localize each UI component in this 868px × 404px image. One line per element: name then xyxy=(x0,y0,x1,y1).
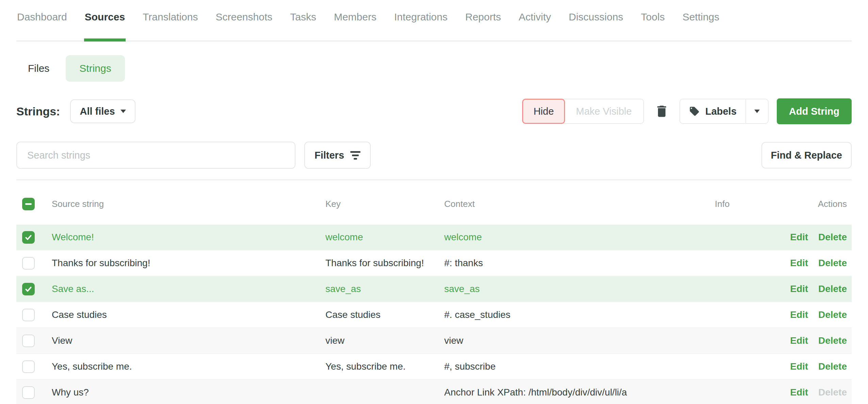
edit-link[interactable]: Edit xyxy=(790,387,808,398)
tag-icon xyxy=(689,106,700,117)
string-context: #, subscribe xyxy=(444,361,715,372)
page-title: Strings: xyxy=(16,105,60,118)
string-key: Thanks for subscribing! xyxy=(325,258,444,269)
delete-link[interactable]: Delete xyxy=(818,258,847,268)
string-key: save_as xyxy=(325,284,444,294)
delete-link[interactable]: Delete xyxy=(818,232,847,242)
trash-icon xyxy=(654,103,669,119)
string-key: view xyxy=(325,335,444,346)
tab-strings[interactable]: Strings xyxy=(66,55,125,82)
header-info: Info xyxy=(715,199,766,209)
table-row: Yes, subscribe me. Yes, subscribe me. #,… xyxy=(16,353,852,379)
source-string-text: Yes, subscribe me. xyxy=(52,361,325,372)
edit-link[interactable]: Edit xyxy=(790,258,808,268)
add-string-button[interactable]: Add String xyxy=(777,98,852,124)
visibility-button-group: Hide Make Visible xyxy=(522,99,644,124)
select-all-checkbox[interactable] xyxy=(22,198,35,210)
row-checkbox[interactable] xyxy=(22,309,35,321)
section-divider xyxy=(16,179,852,180)
nav-item-members[interactable]: Members xyxy=(333,9,377,41)
delete-link[interactable]: Delete xyxy=(818,309,847,320)
edit-link[interactable]: Edit xyxy=(790,232,808,242)
edit-link[interactable]: Edit xyxy=(790,335,808,346)
nav-item-integrations[interactable]: Integrations xyxy=(393,9,448,41)
string-context: Anchor Link XPath: /html/body/div/div/ul… xyxy=(444,387,715,398)
strings-toolbar: Strings: All files Hide Make Visible xyxy=(16,98,852,125)
nav-item-settings[interactable]: Settings xyxy=(682,9,720,41)
project-nav: Dashboard Sources Translations Screensho… xyxy=(16,0,852,42)
edit-link[interactable]: Edit xyxy=(790,309,808,320)
source-string-text: View xyxy=(52,335,325,346)
source-string-text: Case studies xyxy=(52,309,325,320)
tab-files[interactable]: Files xyxy=(16,55,61,82)
nav-item-screenshots[interactable]: Screenshots xyxy=(215,9,273,41)
nav-item-discussions[interactable]: Discussions xyxy=(568,9,624,41)
string-key: Yes, subscribe me. xyxy=(325,361,444,372)
string-key: welcome xyxy=(325,232,444,243)
filters-button[interactable]: Filters xyxy=(304,142,371,169)
labels-button[interactable]: Labels xyxy=(680,99,745,123)
table-row: Why us? Anchor Link XPath: /html/body/di… xyxy=(16,379,852,404)
table-body: Welcome! welcome welcome Edit Delete Tha… xyxy=(16,225,852,404)
delete-link[interactable]: Delete xyxy=(818,335,847,346)
source-string-text: Save as... xyxy=(52,284,325,294)
nav-item-sources[interactable]: Sources xyxy=(84,9,126,41)
source-string-text: Welcome! xyxy=(52,232,325,243)
table-row: View view view Edit Delete xyxy=(16,327,852,353)
table-row: Welcome! welcome welcome Edit Delete xyxy=(16,225,852,250)
row-checkbox[interactable] xyxy=(22,335,35,347)
delete-strings-button[interactable] xyxy=(652,103,671,119)
table-header: Source string Key Context Info Actions xyxy=(16,183,852,225)
nav-item-dashboard[interactable]: Dashboard xyxy=(16,9,68,41)
nav-item-reports[interactable]: Reports xyxy=(465,9,502,41)
labels-button-label: Labels xyxy=(705,106,737,117)
make-visible-button[interactable]: Make Visible xyxy=(564,99,643,123)
search-input[interactable] xyxy=(16,142,295,169)
string-context: #: thanks xyxy=(444,258,715,269)
filter-icon xyxy=(350,151,360,160)
row-checkbox[interactable] xyxy=(22,257,35,270)
nav-item-tasks[interactable]: Tasks xyxy=(289,9,317,41)
table-row: Case studies Case studies #. case_studie… xyxy=(16,302,852,327)
row-checkbox[interactable] xyxy=(22,231,35,244)
nav-item-translations[interactable]: Translations xyxy=(142,9,198,41)
string-context: view xyxy=(444,335,715,346)
header-context: Context xyxy=(444,199,715,209)
row-checkbox[interactable] xyxy=(22,386,35,399)
edit-link[interactable]: Edit xyxy=(790,361,808,372)
table-row: Thanks for subscribing! Thanks for subsc… xyxy=(16,250,852,276)
filters-button-label: Filters xyxy=(315,150,344,161)
string-context: save_as xyxy=(444,284,715,294)
table-row: Save as... save_as save_as Edit Delete xyxy=(16,276,852,302)
labels-split-button: Labels xyxy=(679,99,769,124)
labels-dropdown-toggle[interactable] xyxy=(745,99,768,123)
file-filter-label: All files xyxy=(80,106,115,117)
project-nav-list: Dashboard Sources Translations Screensho… xyxy=(16,0,852,42)
nav-item-tools[interactable]: Tools xyxy=(640,9,665,41)
source-string-text: Why us? xyxy=(52,387,325,398)
row-checkbox[interactable] xyxy=(22,283,35,295)
edit-link[interactable]: Edit xyxy=(790,284,808,294)
hide-button[interactable]: Hide xyxy=(522,99,565,124)
header-key: Key xyxy=(325,199,444,209)
header-actions: Actions xyxy=(766,199,852,209)
search-row: Filters Find & Replace xyxy=(16,142,852,169)
indeterminate-icon xyxy=(25,203,32,205)
string-key: Case studies xyxy=(325,309,444,320)
file-filter-dropdown[interactable]: All files xyxy=(70,99,135,123)
delete-link[interactable]: Delete xyxy=(818,284,847,294)
string-context: welcome xyxy=(444,232,715,243)
row-checkbox[interactable] xyxy=(22,360,35,373)
string-context: #. case_studies xyxy=(444,309,715,320)
chevron-down-icon xyxy=(120,110,126,113)
delete-link[interactable]: Delete xyxy=(818,361,847,372)
checkmark-icon xyxy=(25,285,32,293)
checkmark-icon xyxy=(25,233,32,241)
header-source-string: Source string xyxy=(52,199,325,209)
toolbar-actions: Hide Make Visible Labels Ad xyxy=(522,98,852,124)
chevron-down-icon xyxy=(754,110,760,113)
delete-link: Delete xyxy=(818,387,847,398)
source-view-tabs: Files Strings xyxy=(16,55,852,82)
nav-item-activity[interactable]: Activity xyxy=(518,9,552,41)
find-replace-button[interactable]: Find & Replace xyxy=(761,142,852,168)
